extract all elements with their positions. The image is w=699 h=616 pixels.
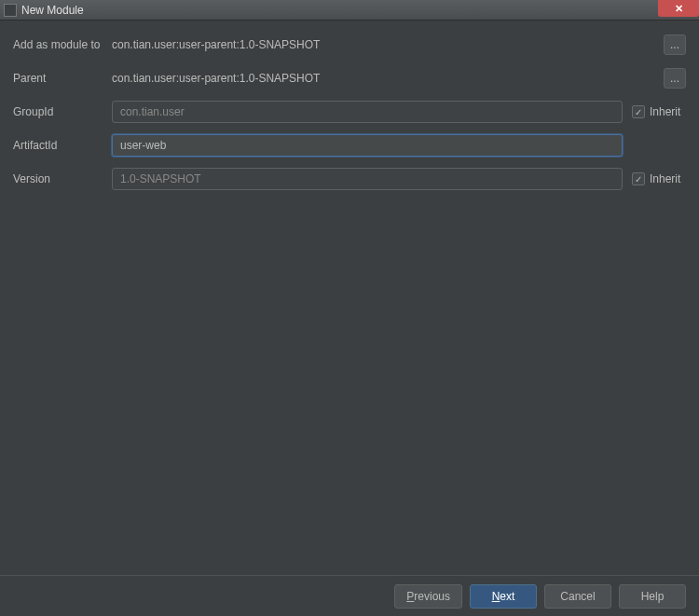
close-icon: ✕ [675, 3, 683, 15]
version-input[interactable] [112, 168, 623, 190]
app-icon [4, 4, 17, 17]
artifactid-label: ArtifactId [13, 139, 112, 152]
help-button-label: Help [641, 590, 665, 603]
version-inherit-label: Inherit [650, 172, 680, 185]
titlebar: New Module ✕ [0, 0, 699, 21]
check-icon: ✓ [635, 174, 642, 185]
form-content: Add as module to con.tian.user:user-pare… [0, 21, 699, 190]
add-as-module-value: con.tian.user:user-parent:1.0-SNAPSHOT [112, 38, 664, 51]
groupid-inherit-wrap: ✓ Inherit [632, 105, 686, 118]
groupid-inherit-checkbox[interactable]: ✓ [632, 105, 645, 118]
check-icon: ✓ [635, 107, 642, 117]
version-row: Version ✓ Inherit [13, 168, 686, 190]
groupid-inherit-label: Inherit [650, 105, 680, 118]
previous-button-label: Previous [406, 590, 450, 603]
ellipsis-icon: ... [670, 38, 679, 51]
next-button[interactable]: Next [470, 584, 537, 609]
next-button-label: Next [492, 590, 515, 603]
parent-value: con.tian.user:user-parent:1.0-SNAPSHOT [112, 72, 664, 85]
ellipsis-icon: ... [670, 72, 679, 85]
version-inherit-checkbox[interactable]: ✓ [632, 172, 645, 185]
artifactid-row: ArtifactId [13, 134, 686, 157]
add-as-module-row: Add as module to con.tian.user:user-pare… [13, 34, 686, 56]
close-button[interactable]: ✕ [658, 0, 699, 17]
button-bar: Previous Next Cancel Help [0, 575, 699, 616]
parent-row: Parent con.tian.user:user-parent:1.0-SNA… [13, 67, 686, 89]
artifactid-input[interactable] [112, 134, 623, 157]
add-as-module-label: Add as module to [13, 38, 112, 51]
cancel-button-label: Cancel [560, 590, 595, 603]
groupid-row: GroupId ✓ Inherit [13, 101, 686, 123]
groupid-input[interactable] [112, 101, 623, 123]
version-inherit-wrap: ✓ Inherit [632, 172, 686, 185]
add-as-module-browse-button[interactable]: ... [664, 34, 686, 55]
cancel-button[interactable]: Cancel [544, 584, 611, 609]
parent-label: Parent [13, 72, 112, 85]
version-label: Version [13, 172, 112, 185]
window-title: New Module [21, 4, 84, 17]
parent-browse-button[interactable]: ... [664, 68, 686, 89]
previous-button[interactable]: Previous [394, 584, 462, 609]
groupid-label: GroupId [13, 105, 112, 118]
help-button[interactable]: Help [619, 584, 686, 609]
